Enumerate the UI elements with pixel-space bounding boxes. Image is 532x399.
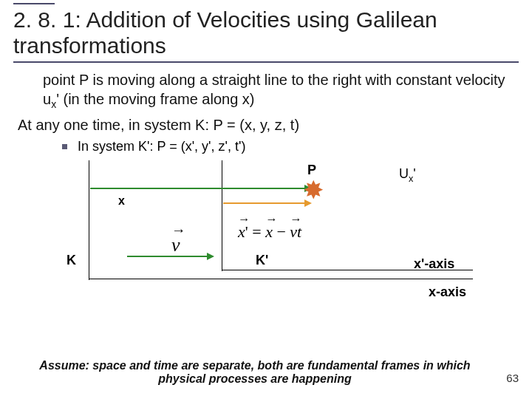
k-frame-x-axis [89, 279, 473, 279]
label-x-axis: x-axis [429, 284, 466, 300]
slide: 2. 8. 1: Addition of Velocities using Ga… [0, 0, 532, 399]
point-p-star-icon: ✸ [303, 177, 324, 202]
v-symbol: v [171, 234, 180, 256]
eq-equals: = [248, 222, 265, 241]
eq-x-rhs: x [265, 222, 273, 242]
label-p: P [307, 163, 316, 178]
para1-text-b: ' (in the moving frame along x) [56, 91, 254, 107]
footer-assumption: Assume: space and time are separate, bot… [22, 359, 488, 386]
label-ux-u: U [399, 166, 409, 181]
label-v-vector: v [171, 234, 180, 256]
bullet-1: In system K': P = (x', y', z', t') [62, 139, 519, 154]
label-x: x [118, 194, 125, 208]
slide-number: 63 [506, 372, 519, 384]
equation-xprime: x' = x − vt [238, 222, 301, 242]
paragraph-2: At any one time, in system K: P = (x, y,… [18, 115, 519, 134]
bullet-square-icon [62, 144, 67, 149]
label-k: K [66, 253, 76, 268]
eq-v: v [290, 222, 297, 242]
bullet-1-text: In system K': P = (x', y', z', t') [78, 139, 245, 154]
kprime-frame-y-axis [222, 160, 222, 271]
eq-x-lhs: x [238, 222, 245, 242]
label-ux: Ux' [399, 166, 416, 184]
label-ux-prime: ' [413, 166, 415, 181]
label-kprime: K' [256, 253, 268, 268]
title-block: 2. 8. 1: Addition of Velocities using Ga… [13, 7, 519, 63]
slide-title: 2. 8. 1: Addition of Velocities using Ga… [13, 7, 519, 58]
paragraph-1: point P is moving along a straight line … [43, 70, 519, 111]
velocity-diagram: ✸ P Ux' x K K' x'-axis x-axis v x' = x −… [30, 160, 502, 293]
label-xprime-axis: x'-axis [414, 256, 454, 272]
k-frame-y-axis [89, 160, 89, 280]
